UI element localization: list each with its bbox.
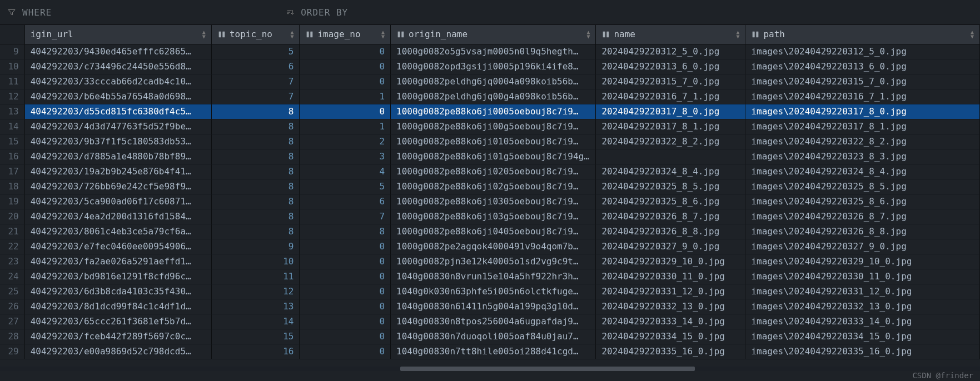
sort-icon[interactable]: ▲▼	[290, 30, 293, 39]
col-path[interactable]: path ▲▼	[745, 25, 980, 44]
cell-image-no[interactable]: 6	[300, 194, 391, 209]
table-row[interactable]: 29404292203/e00a9869d52c798dcd5…1601040g…	[0, 344, 980, 359]
cell-topic-no[interactable]: 16	[211, 344, 300, 359]
cell-origin-name[interactable]: 1040g00830n7duoqoli005oaf84u0jau7…	[391, 329, 596, 344]
cell-path[interactable]: images\20240429220312_5_0.jpg	[745, 44, 980, 59]
table-row[interactable]: 22404292203/e7fec0460ee00954906…901000g0…	[0, 239, 980, 254]
cell-origin-name[interactable]: 1000g0082pe88ko6ji0005oebouj8c7i9…	[391, 104, 596, 119]
cell-topic-no[interactable]: 7	[211, 89, 300, 104]
cell-name[interactable]: 20240429220322_8_2.jpg	[596, 134, 745, 149]
cell-url[interactable]: 404292203/fa2ae026a5291aeffd1…	[24, 254, 211, 269]
table-row[interactable]: 17404292203/19a2b9b245e876b4f41…841000g0…	[0, 164, 980, 179]
table-row[interactable]: 19404292203/5ca900ad06f17c60871…861000g0…	[0, 194, 980, 209]
cell-image-no[interactable]: 2	[300, 134, 391, 149]
cell-url[interactable]: 404292203/fceb442f289f5697c0c…	[24, 329, 211, 344]
cell-origin-name[interactable]: 1040g00830n8vrun15e104a5hf922hr3h…	[391, 269, 596, 284]
cell-origin-name[interactable]: 1000g0082pe88ko6ji0405oebouj8c7i9…	[391, 224, 596, 239]
cell-image-no[interactable]: 0	[300, 104, 391, 119]
cell-name[interactable]: 20240429220317_8_0.jpg	[596, 104, 745, 119]
cell-image-no[interactable]: 0	[300, 314, 391, 329]
cell-name[interactable]: 20240429220335_16_0.jpg	[596, 344, 745, 359]
cell-url[interactable]: 404292203/8d1dcd99f84c1c4df1d…	[24, 299, 211, 314]
cell-topic-no[interactable]: 14	[211, 314, 300, 329]
cell-name[interactable]: 20240429220325_8_5.jpg	[596, 179, 745, 194]
cell-topic-no[interactable]: 8	[211, 104, 300, 119]
cell-path[interactable]: images\20240429220313_6_0.jpg	[745, 59, 980, 74]
cell-topic-no[interactable]: 8	[211, 164, 300, 179]
cell-path[interactable]: images\20240429220317_8_1.jpg	[745, 119, 980, 134]
cell-topic-no[interactable]: 8	[211, 134, 300, 149]
cell-path[interactable]: images\20240429220323_8_3.jpg	[745, 149, 980, 164]
cell-name[interactable]: 20240429220330_11_0.jpg	[596, 269, 745, 284]
table-row[interactable]: 13404292203/d55cd815fc6380df4c5…801000g0…	[0, 104, 980, 119]
cell-origin-name[interactable]: 1000g0082pe88ko6ji0205oebouj8c7i9…	[391, 164, 596, 179]
cell-name[interactable]: 20240429220315_7_0.jpg	[596, 74, 745, 89]
table-row[interactable]: 18404292203/726bb69e242cf5e98f9…851000g0…	[0, 179, 980, 194]
table-row[interactable]: 23404292203/fa2ae026a5291aeffd1…1001000g…	[0, 254, 980, 269]
sort-icon[interactable]: ▲▼	[971, 30, 974, 39]
table-row[interactable]: 28404292203/fceb442f289f5697c0c…1501040g…	[0, 329, 980, 344]
cell-image-no[interactable]: 0	[300, 59, 391, 74]
cell-name[interactable]: 20240429220326_8_8.jpg	[596, 224, 745, 239]
table-row[interactable]: 20404292203/4ea2d200d1316fd1584…871000g0…	[0, 209, 980, 224]
table-row[interactable]: 9404292203/9430ed465efffc62865…501000g00…	[0, 44, 980, 59]
cell-name[interactable]: 20240429220334_15_0.jpg	[596, 329, 745, 344]
sort-icon[interactable]: ▲▼	[736, 30, 739, 39]
cell-name[interactable]: 20240429220325_8_6.jpg	[596, 194, 745, 209]
cell-origin-name[interactable]: 1000g0082pe88ko6ji01g5oebouj8c7i94g14i38…	[391, 149, 596, 164]
cell-path[interactable]: images\20240429220330_11_0.jpg	[745, 269, 980, 284]
table-row[interactable]: 16404292203/d7885a1e4880b78bf89…831000g0…	[0, 149, 980, 164]
cell-topic-no[interactable]: 8	[211, 194, 300, 209]
cell-path[interactable]: images\20240429220326_8_7.jpg	[745, 209, 980, 224]
cell-path[interactable]: images\20240429220322_8_2.jpg	[745, 134, 980, 149]
cell-origin-name[interactable]: 1000g0082pe88ko6ji0105oebouj8c7i9…	[391, 134, 596, 149]
cell-image-no[interactable]: 8	[300, 224, 391, 239]
cell-url[interactable]: 404292203/e00a9869d52c798dcd5…	[24, 344, 211, 359]
table-row[interactable]: 15404292203/9b37f1f5c180583db53…821000g0…	[0, 134, 980, 149]
cell-path[interactable]: images\20240429220324_8_4.jpg	[745, 164, 980, 179]
cell-image-no[interactable]: 5	[300, 179, 391, 194]
sort-icon[interactable]: ▲▼	[381, 30, 385, 39]
cell-topic-no[interactable]: 7	[211, 74, 300, 89]
cell-name[interactable]: 20240429220327_9_0.jpg	[596, 239, 745, 254]
cell-path[interactable]: images\20240429220325_8_5.jpg	[745, 179, 980, 194]
cell-image-no[interactable]: 0	[300, 254, 391, 269]
cell-url[interactable]: 404292203/4d3d747763f5d52f9be…	[24, 119, 211, 134]
cell-topic-no[interactable]: 12	[211, 284, 300, 299]
cell-image-no[interactable]: 0	[300, 329, 391, 344]
cell-origin-name[interactable]: 1040g00830n61411n5g004a199pq3g10d…	[391, 299, 596, 314]
table-row[interactable]: 26404292203/8d1dcd99f84c1c4df1d…1301040g…	[0, 299, 980, 314]
cell-url[interactable]: 404292203/c734496c24450e556d8…	[24, 59, 211, 74]
col-topic-no[interactable]: topic_no ▲▼	[211, 25, 300, 44]
cell-topic-no[interactable]: 8	[211, 149, 300, 164]
cell-topic-no[interactable]: 8	[211, 224, 300, 239]
cell-origin-name[interactable]: 1000g0082o5g5vsajm0005n0l9q5hegth…	[391, 44, 596, 59]
orderby-clause[interactable]: ORDER BY	[285, 7, 348, 18]
table-row[interactable]: 24404292203/bd9816e1291f8cfd96c…1101040g…	[0, 269, 980, 284]
cell-url[interactable]: 404292203/65ccc261f3681ef5b7d…	[24, 314, 211, 329]
cell-image-no[interactable]: 1	[300, 119, 391, 134]
cell-url[interactable]: 404292203/6d3b8cda4103c35f430…	[24, 284, 211, 299]
cell-name[interactable]: 20240429220329_10_0.jpg	[596, 254, 745, 269]
sort-icon[interactable]: ▲▼	[586, 30, 590, 39]
cell-name[interactable]: 20240429220326_8_7.jpg	[596, 209, 745, 224]
cell-image-no[interactable]: 0	[300, 44, 391, 59]
horizontal-scrollbar[interactable]	[0, 367, 980, 371]
cell-image-no[interactable]: 0	[300, 239, 391, 254]
cell-path[interactable]: images\20240429220317_8_0.jpg	[745, 104, 980, 119]
cell-image-no[interactable]: 0	[300, 269, 391, 284]
cell-url[interactable]: 404292203/bd9816e1291f8cfd96c…	[24, 269, 211, 284]
cell-topic-no[interactable]: 5	[211, 44, 300, 59]
cell-path[interactable]: images\20240429220333_14_0.jpg	[745, 314, 980, 329]
cell-image-no[interactable]: 7	[300, 209, 391, 224]
table-row[interactable]: 10404292203/c734496c24450e556d8…601000g0…	[0, 59, 980, 74]
cell-url[interactable]: 404292203/5ca900ad06f17c60871…	[24, 194, 211, 209]
cell-url[interactable]: 404292203/4ea2d200d1316fd1584…	[24, 209, 211, 224]
cell-name[interactable]: 20240429220317_8_1.jpg	[596, 119, 745, 134]
col-name[interactable]: name ▲▼	[596, 25, 745, 44]
cell-name[interactable]: 20240429220312_5_0.jpg	[596, 44, 745, 59]
cell-path[interactable]: images\20240429220331_12_0.jpg	[745, 284, 980, 299]
cell-image-no[interactable]: 0	[300, 74, 391, 89]
cell-origin-name[interactable]: 1000g0082pe88ko6ji0305oebouj8c7i9…	[391, 194, 596, 209]
cell-url[interactable]: 404292203/e7fec0460ee00954906…	[24, 239, 211, 254]
